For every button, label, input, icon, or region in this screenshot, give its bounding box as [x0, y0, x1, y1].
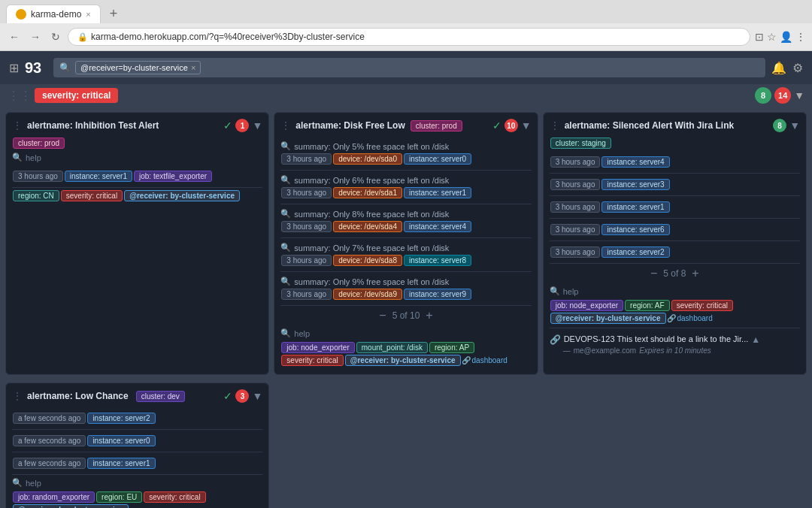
- tab-close-button[interactable]: ×: [86, 10, 90, 19]
- expand-icon[interactable]: ▼: [789, 119, 800, 132]
- url-bar[interactable]: 🔒 karma-demo.herokuapp.com/?q=%40receive…: [68, 28, 750, 46]
- reload-button[interactable]: ↻: [48, 29, 63, 44]
- instance-tag[interactable]: instance: server0: [87, 435, 155, 446]
- severity-tag[interactable]: severity: critical: [61, 190, 123, 201]
- cluster-tag[interactable]: cluster: staging: [550, 138, 611, 149]
- region-tag[interactable]: region: AP: [429, 342, 474, 353]
- device-tag[interactable]: device: /dev/sda8: [333, 255, 402, 266]
- region-tag[interactable]: region: EU: [96, 491, 142, 503]
- search-tag[interactable]: @receiver=by-cluster-service ×: [75, 61, 201, 74]
- alertname-label: alertname: Silenced Alert With Jira Link: [565, 120, 735, 131]
- instance-tag[interactable]: instance: server4: [404, 221, 471, 232]
- instance-tag[interactable]: instance: server6: [601, 224, 669, 235]
- card-header-disk: ⋮ alertname: Disk Free Low cluster: prod…: [280, 119, 531, 132]
- time-tag[interactable]: 3 hours ago: [550, 246, 601, 258]
- drag-handle: ⋮: [12, 119, 23, 132]
- instance-tag[interactable]: instance: server2: [87, 413, 155, 424]
- dashboard-link[interactable]: 🔗 dashboard: [667, 314, 713, 322]
- page-prev-button[interactable]: −: [379, 309, 386, 322]
- forward-button[interactable]: →: [27, 29, 44, 44]
- instance-tag[interactable]: instance: server3: [601, 179, 669, 190]
- page-prev-button[interactable]: −: [650, 267, 657, 280]
- receiver-tag[interactable]: @receiver: by-cluster-service: [13, 504, 129, 508]
- cast-button[interactable]: ⊡: [755, 31, 764, 43]
- browser-chrome: karma-demo × + ← → ↻ 🔒 karma-demo.heroku…: [0, 0, 812, 51]
- notifications-button[interactable]: 🔔: [771, 61, 786, 75]
- profile-button[interactable]: 👤: [780, 31, 792, 43]
- expand-icon[interactable]: ▼: [252, 119, 262, 132]
- job-tag[interactable]: job: node_exporter: [550, 300, 623, 311]
- card-actions: ✓ 3 ▼: [223, 389, 262, 403]
- instance-tag[interactable]: instance: server4: [601, 156, 669, 168]
- check-icon[interactable]: ✓: [492, 119, 501, 132]
- section-collapse-button[interactable]: ▼: [794, 89, 804, 101]
- receiver-tag[interactable]: @receiver: by-cluster-service: [550, 313, 666, 324]
- bottom-tags: job: node_exporter mount_point: /disk re…: [280, 341, 531, 367]
- time-tag[interactable]: 3 hours ago: [281, 187, 332, 198]
- counter-badge: 1: [235, 119, 249, 132]
- time-tag[interactable]: a few seconds ago: [13, 413, 86, 424]
- instance-tag[interactable]: instance: server1: [601, 201, 669, 213]
- device-tag[interactable]: device: /dev/sda4: [333, 221, 402, 232]
- time-tag[interactable]: 3 hours ago: [13, 171, 63, 182]
- back-button[interactable]: ←: [6, 29, 23, 44]
- page-next-button[interactable]: +: [426, 309, 432, 322]
- time-tag[interactable]: 3 hours ago: [550, 179, 601, 190]
- time-tag[interactable]: 3 hours ago: [281, 221, 332, 232]
- time-tag[interactable]: 3 hours ago: [550, 201, 601, 213]
- cluster-tag[interactable]: cluster: prod: [13, 138, 65, 149]
- new-tab-button[interactable]: +: [104, 6, 124, 22]
- device-tag[interactable]: device: /dev/sda0: [333, 153, 402, 165]
- browser-tab[interactable]: karma-demo ×: [6, 5, 101, 23]
- job-tag[interactable]: job: textfile_exporter: [134, 171, 212, 182]
- receiver-tag[interactable]: @receiver: by-cluster-service: [124, 190, 240, 201]
- receiver-tag[interactable]: @receiver: by-cluster-service: [345, 355, 461, 366]
- settings-button[interactable]: ⚙: [792, 61, 803, 75]
- card-header-inhibition: ⋮ alertname: Inhibition Test Alert ✓ 1 ▼: [12, 119, 262, 132]
- alert-row-0: a few seconds ago instance: server2: [12, 407, 262, 430]
- menu-button[interactable]: ⋮: [795, 31, 806, 43]
- cluster-tag[interactable]: cluster: dev: [136, 391, 185, 402]
- time-tag[interactable]: 3 hours ago: [550, 156, 601, 168]
- time-tag[interactable]: a few seconds ago: [13, 458, 86, 469]
- job-tag[interactable]: job: node_exporter: [281, 342, 354, 353]
- bookmark-button[interactable]: ☆: [767, 31, 777, 43]
- severity-tag[interactable]: severity: critical: [281, 355, 343, 366]
- time-tag[interactable]: a few seconds ago: [13, 435, 86, 446]
- alert-row-0: 3 hours ago instance: server1 job: textf…: [12, 165, 262, 188]
- dashboard-link[interactable]: 🔗 dashboard: [462, 356, 508, 364]
- instance-tag[interactable]: instance: server1: [65, 171, 132, 182]
- page-next-button[interactable]: +: [692, 267, 698, 280]
- severity-tag[interactable]: severity: critical: [144, 491, 205, 503]
- region-tag[interactable]: region: CN: [13, 190, 59, 201]
- instance-tag[interactable]: instance: server9: [404, 289, 471, 300]
- time-tag[interactable]: 3 hours ago: [281, 255, 332, 266]
- time-tag[interactable]: 3 hours ago: [281, 153, 332, 165]
- cluster-tag-inline[interactable]: cluster: prod: [411, 120, 462, 132]
- instance-tag[interactable]: instance: server1: [404, 187, 471, 198]
- severity-tag[interactable]: severity: critical: [671, 300, 733, 311]
- alert-summary: 🔍 summary: Only 7% free space left on /d…: [280, 243, 531, 252]
- device-tag[interactable]: device: /dev/sda1: [333, 187, 402, 198]
- time-tag[interactable]: 3 hours ago: [281, 289, 332, 300]
- job-tag[interactable]: job: random_exporter: [13, 491, 95, 503]
- expand-icon[interactable]: ▼: [252, 390, 262, 402]
- expand-icon[interactable]: ▼: [521, 119, 532, 132]
- instance-tag[interactable]: instance: server2: [601, 246, 669, 258]
- summary-icon: 🔍: [280, 141, 291, 151]
- instance-tag[interactable]: instance: server0: [404, 153, 471, 165]
- region-tag[interactable]: region: AF: [625, 300, 670, 311]
- count-badge-red: 14: [774, 87, 791, 104]
- search-bar[interactable]: 🔍 @receiver=by-cluster-service ×: [53, 58, 765, 77]
- comment-collapse-button[interactable]: ▲: [751, 334, 760, 345]
- time-tag[interactable]: 3 hours ago: [550, 224, 601, 235]
- instance-tag[interactable]: instance: server1: [87, 458, 155, 469]
- grid-icon[interactable]: ⊞: [9, 61, 19, 75]
- check-icon[interactable]: ✓: [223, 390, 232, 402]
- dashboard-text: dashboard: [472, 356, 508, 364]
- mount-tag[interactable]: mount_point: /disk: [356, 342, 428, 353]
- check-icon[interactable]: ✓: [223, 119, 232, 132]
- device-tag[interactable]: device: /dev/sda9: [333, 289, 402, 300]
- instance-tag[interactable]: instance: server8: [404, 255, 471, 266]
- search-tag-close[interactable]: ×: [191, 63, 195, 72]
